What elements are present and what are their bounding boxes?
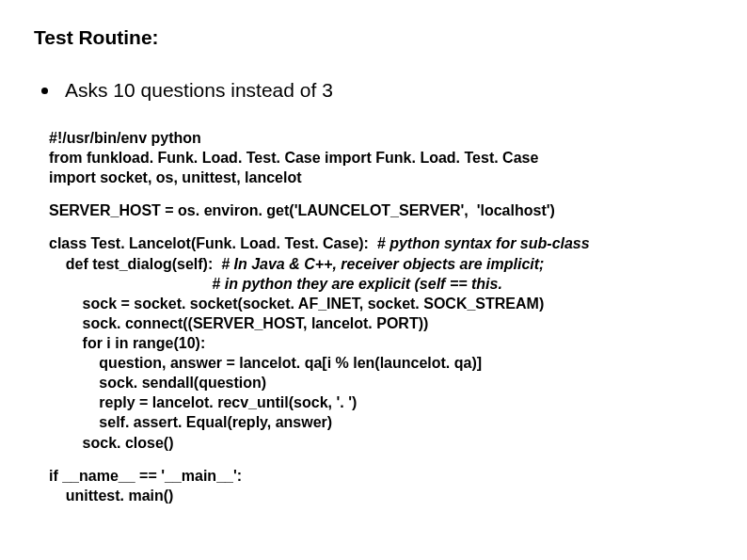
code-comment: # In Java & C++, receiver objects are im…: [221, 256, 544, 272]
code-line: from funkload. Funk. Load. Test. Case im…: [49, 150, 538, 166]
code-line: SERVER_HOST = os. environ. get('LAUNCELO…: [49, 202, 555, 218]
code-line: for i in range(10):: [49, 335, 205, 351]
code-line: def test_dialog(self):: [49, 256, 221, 272]
code-block: #!/usr/bin/env python from funkload. Fun…: [49, 128, 713, 505]
code-comment: # in python they are explicit (self == t…: [49, 276, 502, 292]
code-line: sock. close(): [49, 435, 174, 451]
code-line: #!/usr/bin/env python: [49, 130, 201, 146]
document-page: Test Routine: Asks 10 questions instead …: [0, 0, 747, 505]
code-line: sock = socket. socket(socket. AF_INET, s…: [49, 296, 544, 312]
page-title: Test Routine:: [34, 26, 713, 49]
code-line: sock. sendall(question): [49, 375, 266, 391]
code-line: reply = lancelot. recv_until(sock, '. '): [49, 394, 357, 410]
bullet-item: Asks 10 questions instead of 3: [41, 79, 713, 102]
bullet-text: Asks 10 questions instead of 3: [65, 79, 333, 102]
code-comment: # python syntax for sub-class: [377, 235, 590, 251]
code-line: self. assert. Equal(reply, answer): [49, 414, 332, 430]
bullet-icon: [41, 88, 48, 94]
code-line: class Test. Lancelot(Funk. Load. Test. C…: [49, 235, 377, 251]
code-line: question, answer = lancelot. qa[i % len(…: [49, 355, 482, 371]
code-line: sock. connect((SERVER_HOST, lancelot. PO…: [49, 315, 428, 331]
code-line: unittest. main(): [49, 488, 173, 504]
code-line: import socket, os, unittest, lancelot: [49, 169, 302, 185]
code-line: if __name__ == '__main__':: [49, 468, 242, 484]
